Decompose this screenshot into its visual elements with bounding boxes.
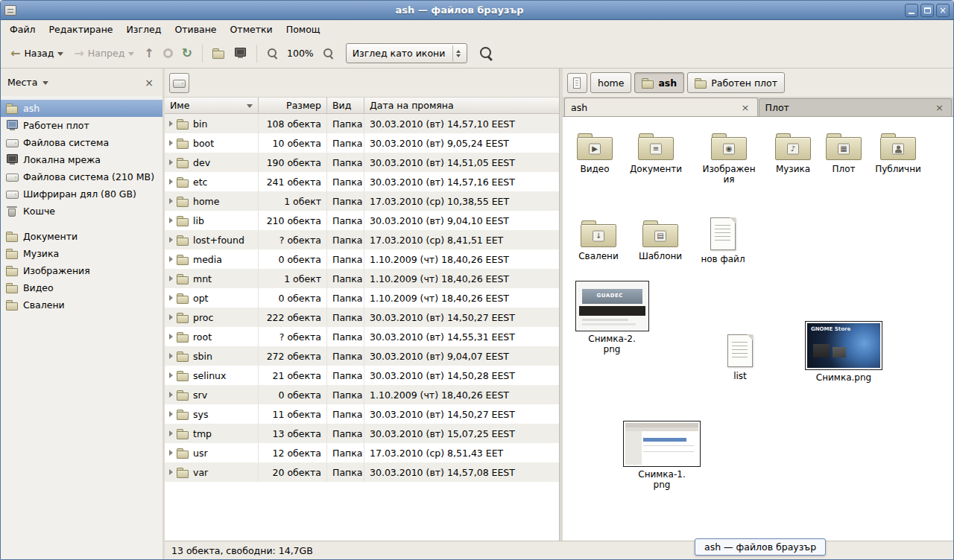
table-row[interactable]: opt0 обектаПапка1.10.2009 (чт) 18,40,26 … [165,288,559,308]
sidebar-item[interactable]: Файлова система [1,134,162,151]
table-row[interactable]: srv0 обектаПапка1.10.2009 (чт) 18,40,26 … [165,385,559,404]
sidebar-item[interactable]: Свалени [1,296,162,314]
up-button[interactable]: ↑ [139,42,158,65]
expander-icon[interactable] [169,392,173,398]
close-button[interactable]: × [936,4,950,17]
menu-item-4[interactable]: Отметки [224,21,279,38]
back-dropdown-icon[interactable] [57,52,63,59]
sidebar-item[interactable]: ash [1,100,162,117]
table-row[interactable]: lib210 обектаПапка30.03.2010 (вт) 9,04,1… [165,211,559,230]
expander-icon[interactable] [169,121,173,127]
minimize-button[interactable] [905,4,918,17]
zoom-in-button[interactable] [318,42,338,65]
reload-button[interactable]: ↻ [177,42,197,65]
table-row[interactable]: sbin272 обектаПапка30.03.2010 (вт) 9,04,… [165,346,559,366]
view-mode-select[interactable]: Изглед като икони [346,43,468,63]
expander-icon[interactable] [169,256,173,262]
icon-item[interactable]: list [708,333,772,381]
table-row[interactable]: boot10 обектаПапка30.03.2010 (вт) 9,05,2… [165,133,559,153]
table-row[interactable]: lost+found? обектаПапка17.03.2010 (ср) 8… [165,230,559,249]
expander-icon[interactable] [169,295,173,301]
table-row[interactable]: proc222 обектаПапка30.03.2010 (вт) 14,50… [165,308,559,327]
expander-icon[interactable] [169,372,173,378]
table-row[interactable]: bin108 обектаПапка30.03.2010 (вт) 14,57,… [165,114,559,133]
icon-item[interactable]: ≡Документи [624,129,688,174]
sidebar-title[interactable]: Места [7,77,37,88]
sidebar-item[interactable]: Документи [1,228,162,245]
path-button-ash[interactable]: ash [634,72,684,93]
sidebar-item[interactable]: Файлова система (210 MB) [1,168,162,185]
menu-item-2[interactable]: Изглед [120,21,168,38]
expander-icon[interactable] [169,353,173,359]
path-root-button[interactable] [169,73,189,93]
zoom-out-button[interactable] [262,42,282,65]
back-icon: ← [10,48,20,60]
expander-icon[interactable] [169,314,173,320]
tab-close-icon[interactable]: × [934,102,945,113]
expander-icon[interactable] [169,469,173,475]
column-header-date[interactable]: Дата на промяна [364,98,559,113]
column-header-size[interactable]: Размер [259,98,327,113]
table-row[interactable]: media0 обектаПапка1.10.2009 (чт) 18,40,2… [165,249,559,269]
icon-item[interactable]: Публични [866,129,930,174]
table-row[interactable]: home1 обектПапка17.03.2010 (ср) 10,38,55… [165,191,559,211]
expander-icon[interactable] [169,334,173,340]
sidebar-item[interactable]: Шифриран дял (80 GB) [1,185,162,203]
expander-icon[interactable] [169,430,173,436]
tab-plot[interactable]: Плот × [759,98,953,116]
sidebar-item[interactable]: Видео [1,279,162,296]
expander-icon[interactable] [169,140,173,146]
table-row[interactable]: sys11 обектаПапка30.03.2010 (вт) 14,50,2… [165,404,559,424]
expander-icon[interactable] [169,198,173,204]
table-row[interactable]: dev190 обектаПапка30.03.2010 (вт) 14,51,… [165,153,559,172]
folder-icon [177,351,189,362]
table-row[interactable]: etc241 обектаПапка30.03.2010 (вт) 14,57,… [165,172,559,191]
sidebar-close-button[interactable]: × [142,77,156,89]
icon-item[interactable]: ▤Шаблони [628,216,692,261]
search-button[interactable] [475,42,498,65]
table-row[interactable]: var20 обектаПапка30.03.2010 (вт) 14,57,0… [165,462,559,482]
icon-item[interactable]: нов файл [691,216,755,264]
table-row[interactable]: selinux21 обектаПапка30.03.2010 (вт) 14,… [165,366,559,385]
table-row[interactable]: tmp13 обектаПапка30.03.2010 (вт) 15,07,2… [165,424,559,443]
titlebar[interactable]: ash — файлов браузър × [1,1,953,20]
stop-button[interactable] [159,42,177,65]
tab-close-icon[interactable]: × [740,102,751,113]
sidebar-item[interactable]: Локална мрежа [1,151,162,168]
expander-icon[interactable] [169,450,173,456]
menu-item-5[interactable]: Помощ [279,21,327,38]
icon-item[interactable]: Снимка-1.png [622,421,702,490]
expander-icon[interactable] [169,159,173,165]
expander-icon[interactable] [169,276,173,281]
menu-item-1[interactable]: Редактиране [42,21,120,38]
forward-button[interactable]: → Напред [69,42,139,65]
table-row[interactable]: usr12 обектаПапка17.03.2010 (ср) 8,51,43… [165,443,559,462]
icon-item[interactable]: GUADECСнимка-2.png [573,281,651,354]
menu-item-0[interactable]: Файл [3,21,42,38]
maximize-button[interactable] [920,4,934,17]
sidebar-item[interactable]: Изображения [1,262,162,279]
column-header-kind[interactable]: Вид [327,98,364,113]
expander-icon[interactable] [169,237,173,243]
path-root-button[interactable] [567,73,587,93]
sidebar-item[interactable]: Музика [1,245,162,262]
home-button[interactable] [208,42,230,65]
computer-button[interactable] [230,42,251,65]
sidebar-item[interactable]: Работен плот [1,117,162,134]
path-button-desktop[interactable]: Работен плот [687,72,785,93]
back-button[interactable]: ← Назад [5,42,69,65]
icon-item[interactable]: ◉Изображения [697,129,761,185]
expander-icon[interactable] [169,217,173,223]
path-button-home[interactable]: home [590,72,631,93]
table-row[interactable]: root? обектаПапка30.03.2010 (вт) 14,55,3… [165,327,559,346]
icon-item[interactable]: ↓Свалени [566,216,631,261]
icon-item[interactable]: GNOME StoreСнимка.png [803,321,884,383]
menu-item-3[interactable]: Отиване [168,21,223,38]
sidebar-item[interactable]: Кошче [1,203,162,220]
column-header-name[interactable]: Име [165,98,259,113]
expander-icon[interactable] [169,411,173,417]
expander-icon[interactable] [169,179,173,185]
table-row[interactable]: mnt1 обектПапка1.10.2009 (чт) 18,40,26 E… [165,269,559,288]
icon-item[interactable]: ▶Видео [563,129,627,174]
tab-ash[interactable]: ash × [564,98,758,116]
